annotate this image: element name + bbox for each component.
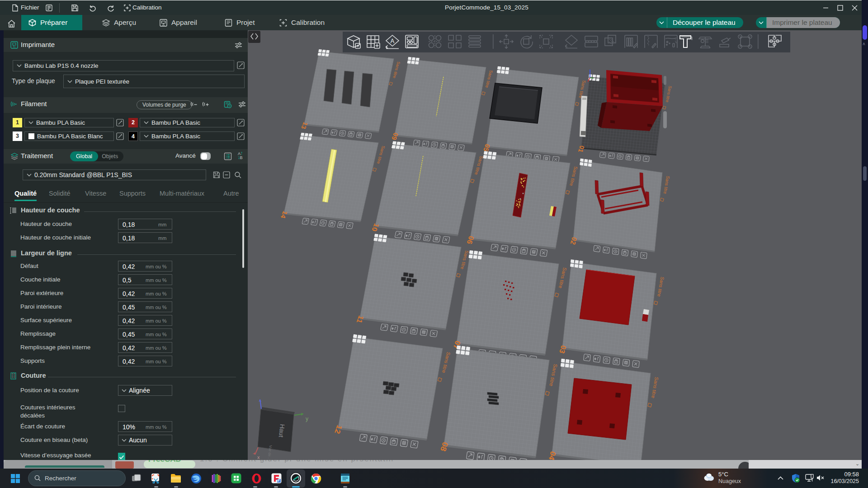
svg-text:y: y	[306, 416, 308, 422]
svg-text:A: A	[391, 38, 395, 44]
svg-text:x: x	[257, 455, 260, 460]
svg-text:Haut: Haut	[278, 424, 286, 438]
